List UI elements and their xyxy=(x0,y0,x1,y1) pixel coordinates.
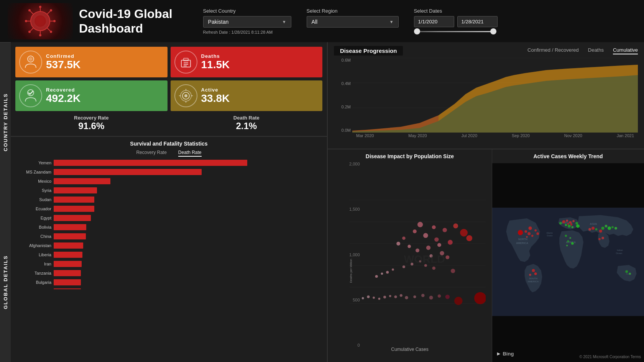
bottom-panels: Disease Impact by Population Size 2,000 … xyxy=(328,149,644,362)
date-slider[interactable] xyxy=(414,29,498,34)
map-container: NORTH AMERICA Atlantic Ocean SOUTH AMERI… xyxy=(492,163,644,360)
svg-point-49 xyxy=(432,225,436,229)
svg-point-113 xyxy=(534,272,537,275)
svg-point-76 xyxy=(373,296,375,299)
app-title: Covid-19 GlobalDashboard xyxy=(79,7,172,36)
list-item: Egypt 5.6% xyxy=(15,214,322,222)
chevron-down-icon-2: ▼ xyxy=(389,20,394,24)
stats-grid: Confirmed 537.5K xyxy=(15,47,322,111)
svg-point-143 xyxy=(629,273,631,275)
svg-point-67 xyxy=(392,269,394,271)
region-select[interactable]: All ▼ xyxy=(307,16,399,28)
recovered-icon xyxy=(19,84,42,107)
toggle-recovery-btn[interactable]: Recovery Rate xyxy=(136,150,166,157)
list-item: Yemen 29.0% xyxy=(15,159,322,167)
map-panel: Active Cases Weekly Trend xyxy=(492,149,644,362)
toggle-death-btn[interactable]: Death Rate xyxy=(178,150,202,157)
country-select[interactable]: Pakistan ▼ xyxy=(203,16,291,28)
list-item: Tanzania 4.1% xyxy=(15,269,322,277)
svg-text:Atlantic: Atlantic xyxy=(546,232,553,234)
svg-text:SOUTH: SOUTH xyxy=(529,277,537,280)
confirmed-card: Confirmed 537.5K xyxy=(15,47,168,77)
bar-country-label: Syria xyxy=(15,188,54,193)
svg-point-78 xyxy=(383,296,386,298)
bar-country-label: Mexico xyxy=(15,179,54,183)
svg-line-14 xyxy=(30,28,33,31)
date-end-input[interactable]: 1/28/2021 xyxy=(457,16,498,27)
svg-point-65 xyxy=(381,272,383,275)
death-rate-item: Death Rate 2.1% xyxy=(171,115,323,131)
svg-point-83 xyxy=(413,295,416,298)
svg-text:ASIA: ASIA xyxy=(590,222,597,226)
svg-text:NORTH: NORTH xyxy=(518,238,527,241)
svg-point-103 xyxy=(528,226,532,230)
svg-point-138 xyxy=(571,242,574,245)
svg-point-132 xyxy=(591,227,595,230)
bar-country-label: Afghanistan xyxy=(15,243,54,248)
svg-point-58 xyxy=(396,242,400,246)
list-item: Afghanistan 4.4% xyxy=(15,242,322,249)
svg-point-5 xyxy=(39,34,41,36)
scatter-svg: Deaths per Million xyxy=(349,162,486,347)
confirmed-value: 537.5K xyxy=(46,59,164,71)
svg-point-80 xyxy=(394,295,397,298)
svg-point-119 xyxy=(570,223,573,226)
list-item: Bolivia 4.9% xyxy=(15,223,322,231)
svg-point-77 xyxy=(378,298,380,300)
dates-control: Select Dates 1/1/2020 1/28/2021 xyxy=(414,8,498,34)
dp-chart-area xyxy=(352,58,638,133)
svg-point-68 xyxy=(402,265,405,268)
svg-point-129 xyxy=(611,226,614,228)
svg-point-130 xyxy=(614,227,617,229)
svg-point-56 xyxy=(437,243,441,247)
svg-point-125 xyxy=(576,224,580,228)
confirmed-label: Confirmed xyxy=(46,53,164,59)
svg-point-82 xyxy=(405,296,408,300)
svg-point-133 xyxy=(588,228,591,231)
deaths-label: Deaths xyxy=(201,53,319,59)
svg-point-85 xyxy=(429,296,433,300)
dp-title: Disease Progression xyxy=(334,46,403,56)
slider-thumb-right[interactable] xyxy=(490,28,496,34)
svg-point-134 xyxy=(599,229,602,233)
header: Covid-19 GlobalDashboard Select Country … xyxy=(0,0,644,42)
bar-country-label: China xyxy=(15,234,54,239)
svg-point-55 xyxy=(448,240,453,245)
svg-point-53 xyxy=(402,237,406,240)
svg-point-105 xyxy=(534,229,537,232)
svg-point-60 xyxy=(416,249,419,252)
list-item: Mexico 8.5% xyxy=(15,177,322,185)
svg-text:WORLD: WORLD xyxy=(404,253,445,265)
svg-point-141 xyxy=(601,237,604,239)
svg-point-1 xyxy=(34,15,46,27)
dp-tabs: Confirmed / Recovered Deaths Cumulative xyxy=(527,47,638,54)
deaths-value: 11.5K xyxy=(201,59,319,71)
svg-point-112 xyxy=(529,274,531,276)
deaths-icon xyxy=(174,51,197,74)
svg-point-107 xyxy=(531,235,534,237)
dp-tab-cumulative[interactable]: Cumulative xyxy=(613,47,638,54)
region-label: Select Region xyxy=(307,8,399,14)
svg-point-114 xyxy=(562,220,565,223)
scatter-chart: 2,000 1,500 1,000 500 0 xyxy=(334,162,486,355)
svg-point-48 xyxy=(417,222,423,227)
svg-point-28 xyxy=(184,94,187,97)
bar-chart: Yemen 29.0% MS Zaandam 22.2% Mexico 8.5%… xyxy=(15,159,322,289)
svg-text:Ocean: Ocean xyxy=(547,234,553,237)
dp-tab-confirmed[interactable]: Confirmed / Recovered xyxy=(527,47,579,54)
svg-point-15 xyxy=(28,31,31,33)
slider-thumb-left[interactable] xyxy=(414,28,420,34)
recovery-rate-label: Recovery Rate xyxy=(15,115,168,121)
svg-point-59 xyxy=(407,245,411,248)
list-item: Iran 4.2% xyxy=(15,260,322,268)
bar-country-label: Egypt xyxy=(15,216,54,220)
disease-progression-panel: Disease Progression Confirmed / Recovere… xyxy=(328,42,644,149)
date-start-input[interactable]: 1/1/2020 xyxy=(414,16,454,27)
svg-point-75 xyxy=(367,295,370,298)
dp-tab-deaths[interactable]: Deaths xyxy=(588,47,604,54)
svg-line-10 xyxy=(30,11,33,14)
svg-point-44 xyxy=(474,292,486,304)
svg-point-84 xyxy=(421,294,425,297)
left-sidebar: Country Details Global Details xyxy=(0,42,11,362)
right-panel: Disease Progression Confirmed / Recovere… xyxy=(328,42,644,362)
